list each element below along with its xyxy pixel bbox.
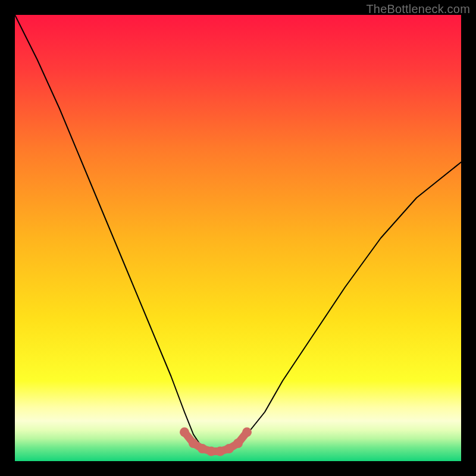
highlight-dot xyxy=(206,447,216,456)
gradient-background xyxy=(15,15,461,461)
highlight-dot xyxy=(233,439,243,448)
highlight-dot xyxy=(198,444,207,453)
chart-frame: TheBottleneck.com xyxy=(0,0,476,476)
chart-svg xyxy=(15,15,461,461)
plot-area xyxy=(15,15,461,461)
highlight-dot xyxy=(215,447,225,456)
highlight-dot xyxy=(180,427,189,437)
watermark-text: TheBottleneck.com xyxy=(366,2,470,16)
highlight-dot xyxy=(224,444,234,453)
highlight-dot xyxy=(242,427,252,437)
highlight-dot xyxy=(189,439,198,448)
